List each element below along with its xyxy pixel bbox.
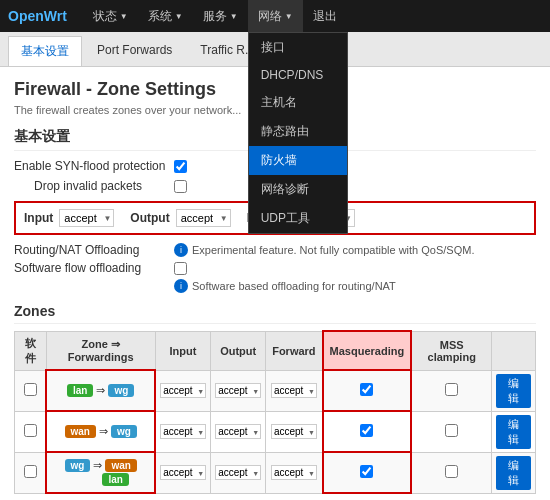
wan-mss-checkbox[interactable] bbox=[445, 424, 458, 437]
lan-zone-forward: lan ⇒ wg bbox=[51, 384, 150, 397]
lan-badge: lan bbox=[67, 384, 93, 397]
col-masquerading: Masquerading bbox=[323, 331, 412, 370]
lan-masq-checkbox[interactable] bbox=[360, 383, 373, 396]
wg-software-checkbox[interactable] bbox=[24, 465, 37, 478]
wg-edit-button[interactable]: 编辑 bbox=[496, 456, 531, 490]
software-note: Software based offloading for routing/NA… bbox=[192, 280, 396, 292]
wg-output-cell: acceptdropreject bbox=[211, 452, 266, 493]
wan-output-wrap: acceptdropreject bbox=[215, 424, 261, 439]
wg-badge: wg bbox=[65, 459, 91, 472]
input-policy-select[interactable]: acceptdropreject bbox=[59, 209, 114, 227]
dropdown-firewall[interactable]: 防火墙 bbox=[249, 146, 347, 175]
wan-forward-wrap: acceptdropreject bbox=[271, 424, 317, 439]
col-output: Output bbox=[211, 331, 266, 370]
wan-input-select[interactable]: acceptdropreject bbox=[160, 424, 206, 439]
dropdown-routes[interactable]: 静态路由 bbox=[249, 117, 347, 146]
wg-to-wan-badge: wan bbox=[105, 459, 136, 472]
lan-input-cell: acceptdropreject bbox=[155, 370, 211, 411]
dropdown-hostname[interactable]: 主机名 bbox=[249, 88, 347, 117]
lan-zone-cell: lan ⇒ wg bbox=[46, 370, 155, 411]
lan-forward-select[interactable]: acceptdropreject bbox=[271, 383, 317, 398]
experimental-note: Experimental feature. Not fully compatib… bbox=[192, 244, 474, 256]
wan-masq-cell bbox=[323, 411, 412, 452]
lan-edit-button[interactable]: 编辑 bbox=[496, 374, 531, 408]
output-select-wrapper: acceptdropreject bbox=[176, 209, 231, 227]
info-icon: i bbox=[174, 243, 188, 257]
wan-zone-cell: wan ⇒ wg bbox=[46, 411, 155, 452]
wg-input-wrap: acceptdropreject bbox=[160, 465, 206, 480]
nav-status[interactable]: 状态 ▼ bbox=[83, 0, 138, 32]
wg-mss-checkbox[interactable] bbox=[445, 465, 458, 478]
lan-software-checkbox[interactable] bbox=[24, 383, 37, 396]
col-input: Input bbox=[155, 331, 211, 370]
wg-forward-select[interactable]: acceptdropreject bbox=[271, 465, 317, 480]
software-offload-checkbox[interactable] bbox=[174, 262, 187, 275]
info-icon-2: i bbox=[174, 279, 188, 293]
wg-masq-cell bbox=[323, 452, 412, 493]
wg-zone-forward: wg ⇒ wan lan bbox=[51, 459, 150, 486]
lan-forward-cell: acceptdropreject bbox=[266, 370, 323, 411]
wan-software-checkbox[interactable] bbox=[24, 424, 37, 437]
nav-network[interactable]: 网络 ▼ 接口 DHCP/DNS 主机名 静态路由 防火墙 网络诊断 UDP工具 bbox=[248, 0, 303, 32]
tab-basic-settings[interactable]: 基本设置 bbox=[8, 36, 82, 66]
wan-edit-button[interactable]: 编辑 bbox=[496, 415, 531, 449]
zones-title: Zones bbox=[14, 303, 536, 324]
table-row: wan ⇒ wg acceptdropreject acceptdropreje… bbox=[15, 411, 536, 452]
lan-forward-wrap: acceptdropreject bbox=[271, 383, 317, 398]
services-arrow-icon: ▼ bbox=[230, 12, 238, 21]
lan-input-select[interactable]: acceptdropreject bbox=[160, 383, 206, 398]
nav-logout[interactable]: 退出 bbox=[303, 0, 347, 32]
wan-forward-cell: acceptdropreject bbox=[266, 411, 323, 452]
wg-zone-cell: wg ⇒ wan lan bbox=[46, 452, 155, 493]
col-forward: Forward bbox=[266, 331, 323, 370]
dropdown-diagnostics[interactable]: 网络诊断 bbox=[249, 175, 347, 204]
wg-arrow-icon: ⇒ bbox=[93, 459, 102, 472]
input-policy-group: Input acceptdropreject bbox=[24, 209, 114, 227]
wan-software-cell bbox=[15, 411, 47, 452]
lan-edit-cell: 编辑 bbox=[492, 370, 536, 411]
wg-masq-checkbox[interactable] bbox=[360, 465, 373, 478]
table-row: lan ⇒ wg acceptdropreject acceptdropreje… bbox=[15, 370, 536, 411]
wan-output-select[interactable]: acceptdropreject bbox=[215, 424, 261, 439]
drop-invalid-checkbox[interactable] bbox=[174, 180, 187, 193]
software-note-row: i Software based offloading for routing/… bbox=[174, 279, 536, 293]
output-policy-group: Output acceptdropreject bbox=[130, 209, 230, 227]
col-software: 软件 bbox=[15, 331, 47, 370]
wan-badge: wan bbox=[65, 425, 96, 438]
lan-masq-cell bbox=[323, 370, 412, 411]
tab-port-forwards[interactable]: Port Forwards bbox=[84, 36, 185, 66]
wan-input-wrap: acceptdropreject bbox=[160, 424, 206, 439]
wg-mss-cell bbox=[411, 452, 492, 493]
wan-masq-checkbox[interactable] bbox=[360, 424, 373, 437]
wan-mss-cell bbox=[411, 411, 492, 452]
input-select-wrapper: acceptdropreject bbox=[59, 209, 114, 227]
wg-output-select[interactable]: acceptdropreject bbox=[215, 465, 261, 480]
software-offload-row: Software flow offloading bbox=[14, 261, 536, 275]
wan-forward-select[interactable]: acceptdropreject bbox=[271, 424, 317, 439]
wg-software-cell bbox=[15, 452, 47, 493]
dropdown-dhcp[interactable]: DHCP/DNS bbox=[249, 62, 347, 88]
lan-software-cell bbox=[15, 370, 47, 411]
lan-mss-checkbox[interactable] bbox=[445, 383, 458, 396]
nav-system[interactable]: 系统 ▼ bbox=[138, 0, 193, 32]
output-policy-select[interactable]: acceptdropreject bbox=[176, 209, 231, 227]
lan-mss-cell bbox=[411, 370, 492, 411]
lan-output-select[interactable]: acceptdropreject bbox=[215, 383, 261, 398]
wan-to-wg-badge: wg bbox=[111, 425, 137, 438]
dropdown-udp[interactable]: UDP工具 bbox=[249, 204, 347, 233]
nav-services[interactable]: 服务 ▼ bbox=[193, 0, 248, 32]
wan-zone-forward: wan ⇒ wg bbox=[51, 425, 150, 438]
wg-output-wrap: acceptdropreject bbox=[215, 465, 261, 480]
dropdown-interface[interactable]: 接口 bbox=[249, 33, 347, 62]
header: OpenWrt 状态 ▼ 系统 ▼ 服务 ▼ 网络 ▼ 接口 DHCP/DNS … bbox=[0, 0, 550, 32]
wg-input-select[interactable]: acceptdropreject bbox=[160, 465, 206, 480]
network-arrow-icon: ▼ bbox=[285, 12, 293, 21]
software-offload-label: Software flow offloading bbox=[14, 261, 174, 275]
header-nav: 状态 ▼ 系统 ▼ 服务 ▼ 网络 ▼ 接口 DHCP/DNS 主机名 静态路由… bbox=[83, 0, 347, 32]
logo: OpenWrt bbox=[8, 8, 67, 24]
wan-arrow-icon: ⇒ bbox=[99, 425, 108, 438]
wg-forward-wrap: acceptdropreject bbox=[271, 465, 317, 480]
wg-forward-cell: acceptdropreject bbox=[266, 452, 323, 493]
syn-flood-checkbox[interactable] bbox=[174, 160, 187, 173]
lan-to-wg-badge: wg bbox=[108, 384, 134, 397]
